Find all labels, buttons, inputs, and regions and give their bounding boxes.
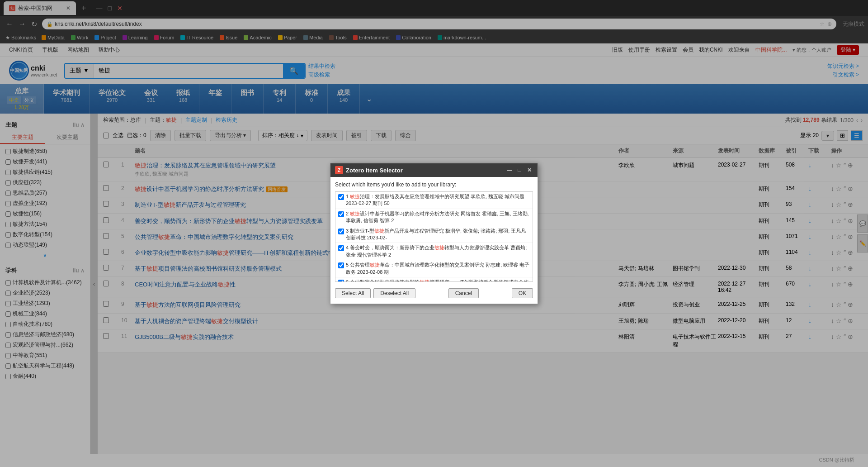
cancel-btn[interactable]: Cancel (448, 288, 479, 298)
zotero-cb-1[interactable] (338, 194, 344, 200)
zotero-item-text-5: 5 公共管理敏捷革命：中国城市治理数字化转型的交叉案例研究 孙志建; 欧理睿 电… (346, 262, 530, 276)
ok-btn[interactable]: OK (512, 288, 533, 298)
zotero-close-btn[interactable]: ✕ (526, 167, 533, 174)
zotero-title-text: Zotero Item Selector (346, 167, 503, 174)
zotero-titlebar: Z Zotero Item Selector — □ ✕ (330, 163, 538, 177)
deselect-all-btn[interactable]: Deselect All (373, 288, 415, 298)
zotero-subtitle: Select which items you'd like to add to … (335, 181, 533, 188)
zotero-window-controls: — □ ✕ (506, 167, 533, 174)
zotero-item-6[interactable]: 6 企业数字化转型中吸收能力影响敏捷管理研究——IT创新和流程创新的链式中介作用… (335, 277, 533, 282)
zotero-cb-5[interactable] (338, 262, 344, 268)
zotero-footer: Select All Deselect All Cancel OK (335, 286, 533, 299)
zotero-item-3[interactable]: 3 制造业T-型敏捷新产品开发与过程管理研究 极润华; 张俊菊; 张路路; 邢羽… (335, 226, 533, 243)
select-all-btn[interactable]: Select All (335, 288, 371, 298)
zotero-item-text-3: 3 制造业T-型敏捷新产品开发与过程管理研究 极润华; 张俊菊; 张路路; 邢羽… (346, 228, 530, 242)
zotero-item-5[interactable]: 5 公共管理敏捷革命：中国城市治理数字化转型的交叉案例研究 孙志建; 欧理睿 电… (335, 260, 533, 277)
zotero-logo-icon: Z (335, 166, 343, 174)
zotero-cb-3[interactable] (338, 229, 344, 234)
zotero-item-text-6: 6 企业数字化转型中吸收能力影响敏捷管理研究——IT创新和流程创新的链式中介作用… (346, 279, 530, 282)
zotero-cb-6[interactable] (338, 280, 344, 282)
zotero-minimize-btn[interactable]: — (506, 167, 513, 174)
zotero-cb-4[interactable] (338, 245, 344, 251)
zotero-overlay: Z Zotero Item Selector — □ ✕ Select whic… (0, 0, 868, 467)
zotero-cb-2[interactable] (338, 211, 344, 217)
zotero-dialog: Z Zotero Item Selector — □ ✕ Select whic… (330, 163, 538, 304)
zotero-item-text-2: 2 敏捷设计中基于机器学习的静态时序分析方法研究 网络首发 霍瑞鑫, 王旭, 王… (346, 210, 530, 224)
zotero-item-text-1: 1 敏捷治理：发展脉络及其在应急管理领域中的研究展望 李欣欣, 魏五晓 城市问题… (346, 193, 530, 207)
zotero-item-4[interactable]: 4 善变时变，顺势而为：新形势下的企业敏捷转型与人力资源管理实践变革 曹颖灿; … (335, 243, 533, 260)
zotero-body: Select which items you'd like to add to … (330, 177, 538, 304)
zotero-maximize-btn[interactable]: □ (516, 167, 523, 174)
zotero-item-2[interactable]: 2 敏捷设计中基于机器学习的静态时序分析方法研究 网络首发 霍瑞鑫, 王旭, 王… (335, 209, 533, 226)
zotero-item-1[interactable]: 1 敏捷治理：发展脉络及其在应急管理领域中的研究展望 李欣欣, 魏五晓 城市问题… (335, 192, 533, 209)
zotero-item-text-4: 4 善变时变，顺势而为：新形势下的企业敏捷转型与人力资源管理实践变革 曹颖灿; … (346, 244, 530, 258)
zotero-item-list[interactable]: 1 敏捷治理：发展脉络及其在应急管理领域中的研究展望 李欣欣, 魏五晓 城市问题… (335, 191, 533, 282)
